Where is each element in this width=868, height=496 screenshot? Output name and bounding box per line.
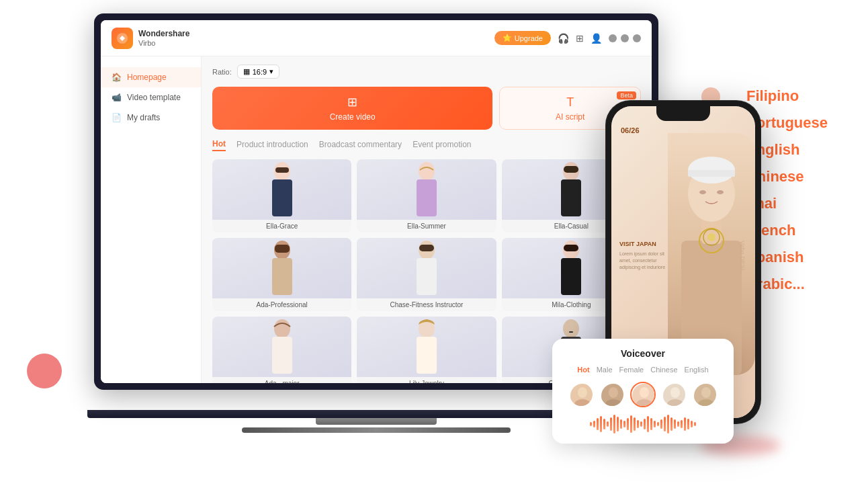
svg-point-7	[420, 163, 433, 179]
waveform-bar	[667, 415, 669, 433]
tabs-row: Hot Product introduction Broadcast comme…	[212, 139, 641, 151]
svg-rect-17	[417, 258, 437, 295]
vo-avatar-5[interactable]	[692, 382, 718, 407]
main-content-area: Ratio: ▦ 16:9 ▾ ⊞ Create video	[202, 56, 652, 383]
phone-virbo-watermark: Virbo DESI...	[739, 241, 746, 276]
video-template-icon: 📹	[112, 93, 122, 102]
waveform-bar	[617, 417, 619, 431]
waveform-bar	[687, 419, 689, 429]
waveform-bar	[630, 415, 632, 433]
svg-point-48	[609, 387, 618, 398]
ai-script-icon: T	[566, 95, 574, 110]
phone-lorem-text: Lorem ipsum dolor sit amet, consectetur …	[619, 251, 673, 270]
svg-point-32	[564, 321, 578, 337]
avatar-card-ada-professional[interactable]: Ada-Professional	[212, 238, 351, 311]
ratio-bar: Ratio: ▦ 16:9 ▾	[212, 65, 641, 79]
phone-date: 06/26	[621, 126, 640, 134]
waveform-bar	[593, 421, 595, 427]
avatar-card-ada-major[interactable]: Ada - major	[212, 317, 351, 383]
svg-point-43	[707, 233, 715, 241]
headphone-icon[interactable]: 🎧	[558, 33, 569, 44]
ratio-value: 16:9	[253, 68, 267, 76]
waveform-bar	[684, 417, 686, 431]
ratio-select[interactable]: ▦ 16:9 ▾	[237, 65, 279, 79]
vo-avatar-4[interactable]	[661, 382, 687, 407]
waveform-bar	[670, 417, 672, 431]
vo-tab-english[interactable]: English	[685, 366, 709, 374]
svg-rect-11	[564, 166, 578, 173]
sidebar-item-video-template[interactable]: 📹 Video template	[101, 87, 201, 108]
deco-circle-bottom	[27, 354, 62, 388]
user-icon[interactable]: 👤	[591, 33, 602, 44]
waveform-bar	[677, 421, 679, 427]
waveform-bar	[694, 422, 696, 426]
close-button[interactable]	[633, 34, 641, 42]
waveform-bar	[627, 418, 629, 430]
vo-avatar-img-1	[568, 382, 594, 407]
upgrade-button[interactable]: ⭐ Upgrade	[494, 31, 551, 45]
avatar-card-chase-fitness[interactable]: Chase-Fitness Instructor	[357, 238, 496, 311]
create-video-icon: ⊞	[347, 95, 357, 110]
vo-tab-female[interactable]: Female	[619, 366, 644, 374]
svg-rect-6	[417, 179, 437, 216]
upgrade-label: Upgrade	[515, 34, 543, 42]
waveform-bar	[623, 421, 625, 427]
tab-product-intro[interactable]: Product introduction	[236, 140, 308, 151]
waveform-bar	[607, 421, 609, 427]
vo-tab-male[interactable]: Male	[597, 366, 613, 374]
ai-script-label: AI script	[556, 112, 584, 122]
ratio-chevron-icon: ▾	[269, 67, 273, 76]
waveform-bar	[637, 420, 639, 428]
sidebar-video-template-label: Video template	[127, 93, 181, 102]
tab-broadcast[interactable]: Broadcast commentary	[319, 140, 402, 151]
laptop-screen: Wondershare Virbo ⭐ Upgrade 🎧 ⊞ 👤	[101, 20, 652, 383]
waveform-bar	[664, 417, 666, 431]
phone: 06/26 JEWELRY	[606, 101, 761, 423]
ratio-label: Ratio:	[212, 68, 232, 76]
maximize-button[interactable]	[621, 34, 629, 42]
svg-point-45	[578, 387, 587, 398]
upgrade-star-icon: ⭐	[503, 34, 512, 42]
vo-avatar-1[interactable]	[568, 382, 594, 407]
sidebar: 🏠 Homepage 📹 Video template 📄 My drafts	[101, 56, 202, 383]
waveform-bar	[600, 416, 602, 432]
sidebar-item-my-drafts[interactable]: 📄 My drafts	[101, 108, 201, 128]
titlebar-right: ⭐ Upgrade 🎧 ⊞ 👤	[494, 31, 641, 45]
svg-point-39	[699, 190, 706, 194]
avatar-card-lily-jewelry[interactable]: Lily-Jewelry	[357, 317, 496, 383]
avatar-ada-major-name: Ada - major	[212, 377, 351, 383]
create-video-card[interactable]: ⊞ Create video	[212, 87, 492, 130]
waveform	[562, 414, 724, 434]
avatar-card-ella-grace[interactable]: Ella-Grace	[212, 159, 351, 233]
vo-tab-hot[interactable]: Hot	[577, 366, 589, 374]
vo-avatar-3[interactable]	[630, 382, 656, 407]
grid-icon[interactable]: ⊞	[576, 33, 584, 44]
app-name: Virbo	[138, 39, 189, 47]
svg-rect-19	[419, 245, 434, 251]
svg-rect-28	[417, 337, 437, 374]
waveform-bar	[634, 417, 636, 431]
laptop-titlebar: Wondershare Virbo ⭐ Upgrade 🎧 ⊞ 👤	[101, 20, 652, 56]
avatar-card-ella-summer[interactable]: Ella-Summer	[357, 159, 496, 233]
minimize-button[interactable]	[609, 34, 617, 42]
sidebar-item-homepage[interactable]: 🏠 Homepage	[101, 67, 201, 87]
app-logo-icon	[112, 28, 133, 49]
svg-rect-2	[272, 179, 292, 216]
voiceover-tabs: Hot Male Female Chinese English	[562, 366, 724, 374]
voiceover-avatars	[562, 382, 724, 407]
svg-rect-4	[275, 167, 289, 173]
action-cards: ⊞ Create video Beta T AI script	[212, 87, 641, 130]
waveform-bar	[644, 419, 646, 429]
svg-point-54	[670, 387, 680, 398]
tab-hot[interactable]: Hot	[212, 139, 226, 151]
vo-tab-chinese[interactable]: Chinese	[650, 366, 677, 374]
homepage-icon: 🏠	[112, 73, 122, 82]
svg-rect-23	[564, 245, 578, 251]
ratio-icon: ▦	[243, 67, 250, 76]
laptop-stand	[316, 418, 437, 425]
tab-event[interactable]: Event promotion	[413, 140, 471, 151]
waveform-bar	[660, 419, 662, 429]
sidebar-homepage-label: Homepage	[127, 73, 167, 82]
vo-avatar-2[interactable]	[599, 382, 625, 407]
svg-rect-9	[561, 179, 581, 216]
